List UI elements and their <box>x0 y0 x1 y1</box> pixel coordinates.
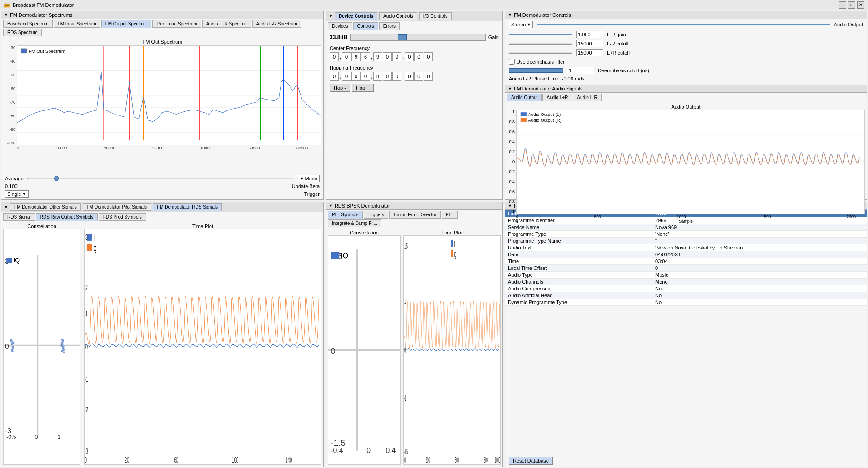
tab-pll-symbols[interactable]: PLL Symbols <box>328 211 363 219</box>
trigger-dropdown[interactable]: Single ▼ <box>5 190 29 198</box>
rds-bpsk-collapse[interactable]: ▼ <box>329 204 333 208</box>
deemph-checkbox[interactable] <box>509 59 515 65</box>
trigger-label: Trigger <box>304 191 320 197</box>
cf-d8[interactable]: 0 <box>405 52 414 61</box>
cf-d7[interactable]: 0 <box>392 52 401 61</box>
cf-d4[interactable]: 6 <box>361 52 370 61</box>
cf-d6[interactable]: 0 <box>383 52 392 61</box>
tab-fm-other-signals[interactable]: FM Demodulator Other Signals <box>10 203 81 211</box>
bpsk-const-title: Constellation <box>328 230 401 235</box>
svg-text:Audio Output (L): Audio Output (L) <box>528 112 561 117</box>
cf-d1[interactable]: 0 <box>330 52 339 61</box>
maximize-button[interactable]: □ <box>848 1 855 9</box>
trigger-value: Single <box>7 191 21 197</box>
tab-fm-input-spectrum[interactable]: FM Input Spectrum <box>54 20 100 28</box>
tab-device-controls[interactable]: Device Controls <box>335 12 377 20</box>
tab-audio-lr-plus-spectrum[interactable]: Audio L+R Spectru.. <box>202 20 251 28</box>
audio-svg: Audio Output (L) Audio Output (R) <box>517 110 864 214</box>
db-cell: Local Time Offset <box>505 265 652 272</box>
cf-d10[interactable]: 0 <box>424 52 433 61</box>
lr-cutoff-slider[interactable] <box>509 43 572 45</box>
lr-gain-input[interactable] <box>576 31 603 38</box>
hop-buttons: Hop - Hop + <box>330 84 499 92</box>
gain-slider[interactable] <box>350 34 485 41</box>
hop-minus-button[interactable]: Hop - <box>330 84 350 92</box>
svg-text:0: 0 <box>331 346 336 356</box>
tab-rds-signal[interactable]: RDS Signal <box>3 213 35 221</box>
tab-audio-lr-plus[interactable]: Audio L+R <box>542 94 572 101</box>
trigger-dropdown-arrow: ▼ <box>22 192 26 196</box>
hf-d6[interactable]: 0 <box>383 72 392 81</box>
tab-fm-output-spectrum[interactable]: FM Output Spectru... <box>101 20 152 28</box>
hf-d2[interactable]: 0 <box>342 72 351 81</box>
audio-signals-collapse[interactable]: ▼ <box>508 86 512 91</box>
tab-rds-raw-output[interactable]: RDS Raw Output Symbols <box>36 213 98 221</box>
tab-timing-error-detector[interactable]: Timing Error Detector <box>389 211 441 219</box>
hf-d1[interactable]: 0 <box>330 72 339 81</box>
hf-d9[interactable]: 0 <box>414 72 423 81</box>
tab-audio-controls[interactable]: Audio Controls <box>379 12 417 20</box>
device-controls-collapse[interactable]: ▼ <box>329 14 333 19</box>
deemph-cutoff-input[interactable] <box>567 67 594 74</box>
tab-fm-pilot-signals[interactable]: FM Demodulator Pilot Signals <box>83 203 151 211</box>
reset-database-button[interactable]: Reset Database <box>509 457 553 465</box>
tab-integrate-dump[interactable]: Integrate & Dump Fil... <box>328 219 381 227</box>
cf-d3[interactable]: 9 <box>351 52 361 61</box>
tab-devices[interactable]: Devices <box>328 22 352 30</box>
svg-text:0: 0 <box>366 447 371 454</box>
cf-d5[interactable]: 9 <box>373 52 382 61</box>
table-row: Date04/01/2023 <box>505 251 867 258</box>
close-button[interactable]: ✕ <box>857 1 864 9</box>
deemph-row: Use deemphasis filter <box>505 57 867 66</box>
svg-text:1: 1 <box>57 434 60 440</box>
audio-x-axis: 0500100015002000 <box>507 214 865 219</box>
tab-io-controls[interactable]: I/O Controls <box>419 12 452 20</box>
tab-baseband-spectrum[interactable]: Baseband Spectrum <box>3 20 53 28</box>
tab-controls[interactable]: Controls <box>353 22 378 30</box>
hf-d5[interactable]: 8 <box>373 72 382 81</box>
hf-d8[interactable]: 0 <box>405 72 414 81</box>
stereo-value: Stereo <box>511 22 526 27</box>
bpsk-time-svg: I Q 0 200 500 800 1000 1.5 1 0 <box>404 236 500 464</box>
tab-rds-pred-symbols[interactable]: RDS Pred Symbols <box>99 213 146 221</box>
hf-d7[interactable]: 0 <box>392 72 401 81</box>
tab-rds-spectrum[interactable]: RDS Spectrum <box>3 29 42 36</box>
tab-pll[interactable]: PLL <box>442 211 458 219</box>
hf-d4[interactable]: 0 <box>361 72 370 81</box>
lr-plus-cutoff-input[interactable] <box>576 49 603 56</box>
fm-other-collapse[interactable]: ▼ <box>4 205 8 209</box>
lr-gain-row: L-R gain <box>505 30 867 39</box>
average-slider[interactable] <box>27 175 294 182</box>
svg-rect-54 <box>87 244 92 251</box>
table-row: Dynamic Programme TypeNo <box>505 299 867 306</box>
hf-d10[interactable]: 0 <box>424 72 433 81</box>
stereo-dropdown[interactable]: Stereo ▼ <box>509 21 533 28</box>
lr-cutoff-input[interactable] <box>576 40 603 47</box>
tab-audio-lr[interactable]: Audio L-R <box>573 94 601 101</box>
tab-audio-output[interactable]: Audio Output <box>507 94 542 101</box>
svg-rect-21 <box>521 118 527 122</box>
table-row: Audio CompressedNo <box>505 285 867 292</box>
cf-d9[interactable]: 0 <box>414 52 423 61</box>
tab-fm-rds-signals[interactable]: FM Demodulator RDS Signals <box>153 203 222 211</box>
minimize-button[interactable]: — <box>839 1 846 9</box>
svg-text:Q: Q <box>454 250 456 259</box>
cf-d2[interactable]: 0 <box>342 52 351 61</box>
stereo-slider[interactable] <box>537 24 830 25</box>
hop-plus-button[interactable]: Hop + <box>352 84 374 92</box>
tab-pilot-tone-spectrum[interactable]: Pilot Tone Spectrum <box>152 20 201 28</box>
spectrum-collapse-arrow[interactable]: ▼ <box>4 13 8 17</box>
svg-text:0: 0 <box>404 346 406 354</box>
tab-triggers[interactable]: Triggers <box>364 211 388 219</box>
mode-dropdown[interactable]: ▼ Mode <box>298 175 320 182</box>
center-freq-digits: 0 , 0 9 6 , 9 0 0 . 0 0 0 <box>330 52 499 61</box>
lr-plus-cutoff-slider[interactable] <box>509 52 572 54</box>
spectrum-svg: FM Out Spectrum <box>17 46 321 145</box>
lr-gain-slider[interactable] <box>509 34 572 35</box>
fm-demod-collapse[interactable]: ▼ <box>508 13 512 17</box>
hf-d3[interactable]: 0 <box>351 72 361 81</box>
tab-errors[interactable]: Errors <box>379 22 400 30</box>
tab-audio-lr-spectrum[interactable]: Audio L-R Spectrum <box>252 20 301 28</box>
bpsk-constellation-section: Constellation <box>328 230 401 465</box>
deemph-cutoff-slider[interactable] <box>509 68 563 73</box>
